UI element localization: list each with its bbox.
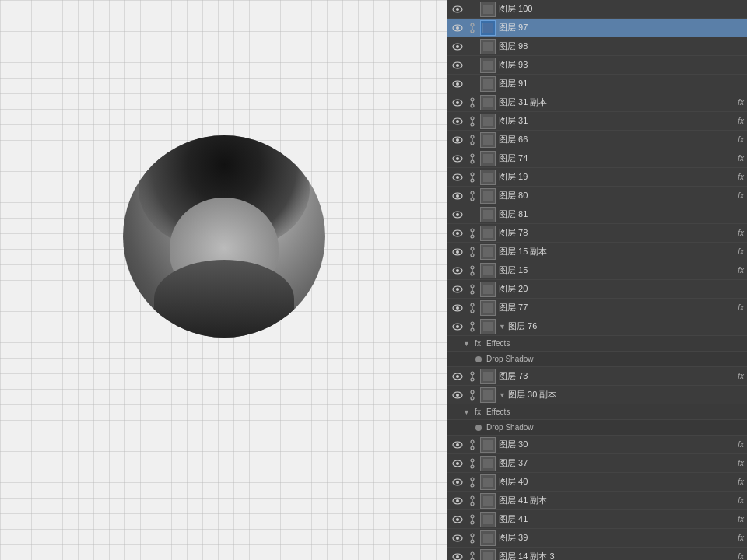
layer-thumbnail — [480, 226, 496, 241]
layer-row[interactable]: 图层 41 副本 fx — [447, 492, 747, 510]
eye-icon[interactable] — [451, 77, 465, 91]
layer-name-label: 图层 80 — [499, 190, 735, 201]
layer-row[interactable]: 图层 19 fx — [447, 168, 747, 187]
eye-icon[interactable] — [451, 245, 465, 259]
layer-row[interactable]: 图层 66 fx — [447, 131, 747, 149]
eye-icon[interactable] — [451, 114, 465, 128]
layer-row[interactable]: 图层 77 fx — [447, 299, 747, 317]
eye-icon[interactable] — [451, 152, 465, 166]
effects-icon: fx — [472, 338, 483, 349]
svg-rect-82 — [483, 247, 493, 257]
fx-badge: fx — [738, 229, 744, 237]
layers-panel[interactable]: 图层 100 图层 — [447, 0, 747, 560]
layer-row[interactable]: 图层 93 — [447, 56, 747, 75]
eye-icon[interactable] — [451, 301, 465, 315]
layer-row[interactable]: 图层 73 fx — [447, 367, 747, 386]
svg-rect-142 — [471, 484, 474, 487]
layer-row[interactable]: ▼ 图层 76 — [447, 317, 747, 336]
svg-rect-3 — [483, 5, 493, 14]
layer-row[interactable]: 图层 15 副本 fx — [447, 243, 747, 261]
svg-rect-43 — [483, 135, 493, 145]
eye-icon[interactable] — [451, 21, 465, 35]
layer-row[interactable]: 图层 40 fx — [447, 473, 747, 492]
eye-icon[interactable] — [451, 208, 465, 222]
layer-name-label: 图层 19 — [499, 171, 735, 183]
svg-point-38 — [456, 138, 459, 142]
layer-row[interactable]: Drop Shadow — [447, 352, 747, 367]
layer-row[interactable]: ▼ fx Effects — [447, 404, 747, 420]
fx-badge: fx — [738, 191, 744, 200]
eye-icon[interactable] — [451, 133, 465, 147]
expand-arrow-icon[interactable]: ▼ — [499, 323, 507, 331]
eye-icon[interactable] — [451, 2, 465, 16]
eye-icon[interactable] — [451, 226, 465, 240]
svg-rect-138 — [483, 459, 493, 468]
effects-icon: fx — [472, 407, 483, 418]
layer-row[interactable]: 图层 14 副本 3 fx — [447, 548, 747, 560]
svg-rect-68 — [483, 210, 493, 219]
layer-row[interactable]: 图层 15 fx — [447, 261, 747, 280]
svg-point-98 — [456, 306, 459, 310]
chain-icon — [466, 3, 479, 16]
layer-name-label: 图层 100 — [499, 3, 744, 15]
eye-icon[interactable] — [451, 438, 465, 452]
svg-rect-173 — [483, 552, 493, 561]
layer-thumbnail — [480, 76, 496, 92]
layer-row[interactable]: 图层 74 fx — [447, 149, 747, 168]
fx-badge: fx — [738, 266, 744, 275]
layer-name-label: 图层 91 — [499, 78, 744, 89]
layer-row[interactable]: 图层 78 fx — [447, 224, 747, 243]
chain-icon — [466, 227, 479, 240]
layer-row[interactable]: 图层 91 — [447, 75, 747, 93]
layer-row[interactable]: 图层 41 fx — [447, 510, 747, 529]
svg-point-140 — [456, 481, 459, 484]
layer-thumbnail — [480, 114, 496, 129]
layer-name-label: 图层 30 副本 — [508, 389, 744, 401]
svg-point-5 — [456, 26, 459, 30]
svg-rect-89 — [483, 266, 493, 275]
svg-point-59 — [456, 194, 459, 198]
svg-point-112 — [456, 375, 459, 378]
svg-rect-110 — [483, 322, 493, 331]
layer-name-label: 图层 98 — [499, 40, 744, 52]
eye-icon[interactable] — [451, 388, 465, 402]
svg-point-45 — [456, 157, 459, 160]
svg-rect-26 — [471, 104, 474, 107]
layer-row[interactable]: 图层 97 — [447, 19, 747, 37]
eye-icon[interactable] — [451, 282, 465, 296]
eye-icon[interactable] — [451, 264, 465, 278]
layer-thumbnail — [480, 282, 496, 297]
layer-row[interactable]: ▼ fx Effects — [447, 336, 747, 352]
svg-point-66 — [456, 213, 459, 216]
eye-icon[interactable] — [451, 189, 465, 203]
layer-row[interactable]: 图层 98 — [447, 37, 747, 56]
layer-row[interactable]: 图层 39 fx — [447, 529, 747, 548]
expand-arrow-icon[interactable]: ▼ — [499, 391, 507, 399]
svg-rect-169 — [471, 552, 474, 555]
eye-icon[interactable] — [451, 531, 465, 545]
layer-row[interactable]: 图层 31 副本 fx — [447, 93, 747, 112]
layer-row[interactable]: 图层 37 fx — [447, 454, 747, 473]
eye-icon[interactable] — [451, 40, 465, 54]
svg-rect-131 — [483, 440, 493, 450]
svg-rect-79 — [471, 254, 474, 257]
eye-icon[interactable] — [451, 475, 465, 489]
layer-row[interactable]: Drop Shadow — [447, 420, 747, 436]
eye-icon[interactable] — [451, 550, 465, 561]
eye-icon[interactable] — [451, 58, 465, 72]
eye-icon[interactable] — [451, 513, 465, 527]
layer-row[interactable]: 图层 80 fx — [447, 187, 747, 205]
layer-row[interactable]: 图层 31 fx — [447, 112, 747, 131]
eye-icon[interactable] — [451, 96, 465, 110]
eye-icon[interactable] — [451, 457, 465, 471]
layer-row[interactable]: 图层 100 — [447, 0, 747, 19]
eye-icon[interactable] — [451, 369, 465, 383]
layer-row[interactable]: 图层 20 — [447, 280, 747, 299]
layer-row[interactable]: 图层 30 fx — [447, 436, 747, 454]
layer-thumbnail — [480, 319, 496, 334]
layer-row[interactable]: ▼ 图层 30 副本 — [447, 386, 747, 404]
eye-icon[interactable] — [451, 170, 465, 184]
eye-icon[interactable] — [451, 320, 465, 334]
eye-icon[interactable] — [451, 494, 465, 508]
layer-row[interactable]: 图层 81 — [447, 205, 747, 224]
